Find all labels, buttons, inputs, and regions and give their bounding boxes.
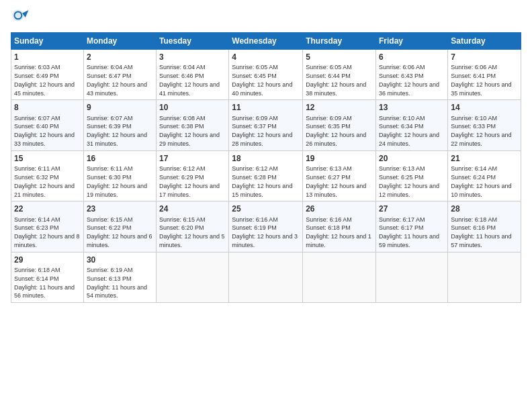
calendar-week-1: 1Sunrise: 6:03 AMSunset: 6:49 PMDaylight… bbox=[11, 50, 521, 100]
day-info: Sunrise: 6:08 AMSunset: 6:38 PMDaylight:… bbox=[159, 115, 220, 147]
calendar-cell: 29Sunrise: 6:18 AMSunset: 6:14 PMDayligh… bbox=[11, 252, 84, 302]
calendar-week-5: 29Sunrise: 6:18 AMSunset: 6:14 PMDayligh… bbox=[11, 252, 521, 302]
day-number: 12 bbox=[306, 102, 373, 113]
logo-icon bbox=[11, 8, 30, 27]
calendar-cell: 20Sunrise: 6:13 AMSunset: 6:25 PMDayligh… bbox=[376, 150, 448, 201]
day-header-sunday: Sunday bbox=[11, 33, 84, 50]
day-info: Sunrise: 6:18 AMSunset: 6:14 PMDaylight:… bbox=[14, 267, 75, 299]
day-info: Sunrise: 6:17 AMSunset: 6:17 PMDaylight:… bbox=[379, 216, 439, 248]
day-info: Sunrise: 6:09 AMSunset: 6:37 PMDaylight:… bbox=[232, 115, 292, 147]
day-info: Sunrise: 6:05 AMSunset: 6:45 PMDaylight:… bbox=[232, 64, 292, 96]
day-number: 8 bbox=[14, 102, 81, 113]
calendar-header-row: SundayMondayTuesdayWednesdayThursdayFrid… bbox=[11, 33, 521, 50]
day-number: 5 bbox=[306, 52, 373, 62]
calendar-table: SundayMondayTuesdayWednesdayThursdayFrid… bbox=[11, 32, 521, 303]
calendar-cell: 24Sunrise: 6:15 AMSunset: 6:20 PMDayligh… bbox=[157, 201, 229, 252]
calendar-cell: 28Sunrise: 6:18 AMSunset: 6:16 PMDayligh… bbox=[448, 201, 521, 252]
day-number: 23 bbox=[87, 203, 153, 214]
day-info: Sunrise: 6:18 AMSunset: 6:16 PMDaylight:… bbox=[451, 216, 511, 248]
calendar-cell: 9Sunrise: 6:07 AMSunset: 6:39 PMDaylight… bbox=[83, 100, 156, 150]
calendar-cell: 8Sunrise: 6:07 AMSunset: 6:40 PMDaylight… bbox=[11, 100, 84, 150]
calendar-cell: 4Sunrise: 6:05 AMSunset: 6:45 PMDaylight… bbox=[229, 50, 303, 100]
day-number: 7 bbox=[451, 52, 518, 62]
day-number: 29 bbox=[14, 255, 81, 265]
day-info: Sunrise: 6:12 AMSunset: 6:28 PMDaylight:… bbox=[232, 165, 292, 197]
calendar-cell: 2Sunrise: 6:04 AMSunset: 6:47 PMDaylight… bbox=[83, 50, 156, 100]
day-info: Sunrise: 6:19 AMSunset: 6:13 PMDaylight:… bbox=[87, 267, 147, 299]
day-info: Sunrise: 6:15 AMSunset: 6:20 PMDaylight:… bbox=[159, 216, 225, 248]
day-info: Sunrise: 6:11 AMSunset: 6:32 PMDaylight:… bbox=[14, 165, 75, 197]
calendar-cell: 30Sunrise: 6:19 AMSunset: 6:13 PMDayligh… bbox=[83, 252, 156, 302]
day-info: Sunrise: 6:06 AMSunset: 6:43 PMDaylight:… bbox=[379, 64, 439, 96]
calendar-cell: 5Sunrise: 6:05 AMSunset: 6:44 PMDaylight… bbox=[303, 50, 376, 100]
day-info: Sunrise: 6:09 AMSunset: 6:35 PMDaylight:… bbox=[306, 115, 366, 147]
day-number: 2 bbox=[87, 52, 153, 62]
day-number: 27 bbox=[379, 203, 445, 214]
calendar-cell: 6Sunrise: 6:06 AMSunset: 6:43 PMDaylight… bbox=[376, 50, 448, 100]
calendar-cell: 15Sunrise: 6:11 AMSunset: 6:32 PMDayligh… bbox=[11, 150, 84, 201]
day-header-thursday: Thursday bbox=[303, 33, 376, 50]
day-number: 15 bbox=[14, 153, 81, 164]
day-number: 26 bbox=[306, 203, 373, 214]
day-number: 9 bbox=[87, 102, 153, 113]
day-info: Sunrise: 6:05 AMSunset: 6:44 PMDaylight:… bbox=[306, 64, 366, 96]
day-info: Sunrise: 6:04 AMSunset: 6:46 PMDaylight:… bbox=[159, 64, 220, 96]
day-number: 19 bbox=[306, 153, 373, 164]
calendar-cell: 19Sunrise: 6:13 AMSunset: 6:27 PMDayligh… bbox=[303, 150, 376, 201]
day-number: 21 bbox=[451, 153, 518, 164]
day-info: Sunrise: 6:12 AMSunset: 6:29 PMDaylight:… bbox=[159, 165, 220, 197]
calendar-cell: 11Sunrise: 6:09 AMSunset: 6:37 PMDayligh… bbox=[229, 100, 303, 150]
calendar-cell: 26Sunrise: 6:16 AMSunset: 6:18 PMDayligh… bbox=[303, 201, 376, 252]
day-number: 13 bbox=[379, 102, 445, 113]
calendar-cell: 27Sunrise: 6:17 AMSunset: 6:17 PMDayligh… bbox=[376, 201, 448, 252]
day-number: 30 bbox=[87, 255, 153, 265]
day-number: 25 bbox=[232, 203, 300, 214]
calendar-cell bbox=[376, 252, 448, 302]
day-info: Sunrise: 6:04 AMSunset: 6:47 PMDaylight:… bbox=[87, 64, 147, 96]
day-number: 14 bbox=[451, 102, 518, 113]
day-number: 4 bbox=[232, 52, 300, 62]
calendar-cell: 22Sunrise: 6:14 AMSunset: 6:23 PMDayligh… bbox=[11, 201, 84, 252]
day-number: 24 bbox=[159, 203, 226, 214]
calendar-cell: 1Sunrise: 6:03 AMSunset: 6:49 PMDaylight… bbox=[11, 50, 84, 100]
calendar-cell: 17Sunrise: 6:12 AMSunset: 6:29 PMDayligh… bbox=[157, 150, 229, 201]
day-header-saturday: Saturday bbox=[448, 33, 521, 50]
day-number: 3 bbox=[159, 52, 226, 62]
calendar-cell bbox=[448, 252, 521, 302]
day-info: Sunrise: 6:16 AMSunset: 6:19 PMDaylight:… bbox=[232, 216, 298, 248]
calendar-week-3: 15Sunrise: 6:11 AMSunset: 6:32 PMDayligh… bbox=[11, 150, 521, 201]
calendar-cell: 25Sunrise: 6:16 AMSunset: 6:19 PMDayligh… bbox=[229, 201, 303, 252]
day-info: Sunrise: 6:11 AMSunset: 6:30 PMDaylight:… bbox=[87, 165, 147, 197]
calendar-cell bbox=[157, 252, 229, 302]
main-container: SundayMondayTuesdayWednesdayThursdayFrid… bbox=[0, 0, 532, 310]
day-info: Sunrise: 6:16 AMSunset: 6:18 PMDaylight:… bbox=[306, 216, 371, 248]
day-number: 17 bbox=[159, 153, 226, 164]
logo bbox=[11, 8, 32, 27]
calendar-cell: 21Sunrise: 6:14 AMSunset: 6:24 PMDayligh… bbox=[448, 150, 521, 201]
day-header-wednesday: Wednesday bbox=[229, 33, 303, 50]
day-number: 1 bbox=[14, 52, 81, 62]
day-number: 18 bbox=[232, 153, 300, 164]
calendar-cell: 18Sunrise: 6:12 AMSunset: 6:28 PMDayligh… bbox=[229, 150, 303, 201]
day-info: Sunrise: 6:06 AMSunset: 6:41 PMDaylight:… bbox=[451, 64, 511, 96]
day-number: 28 bbox=[451, 203, 518, 214]
day-info: Sunrise: 6:10 AMSunset: 6:33 PMDaylight:… bbox=[451, 115, 511, 147]
day-number: 20 bbox=[379, 153, 445, 164]
calendar-cell bbox=[229, 252, 303, 302]
calendar-week-4: 22Sunrise: 6:14 AMSunset: 6:23 PMDayligh… bbox=[11, 201, 521, 252]
calendar-cell: 23Sunrise: 6:15 AMSunset: 6:22 PMDayligh… bbox=[83, 201, 156, 252]
calendar-cell: 10Sunrise: 6:08 AMSunset: 6:38 PMDayligh… bbox=[157, 100, 229, 150]
calendar-cell: 13Sunrise: 6:10 AMSunset: 6:34 PMDayligh… bbox=[376, 100, 448, 150]
day-info: Sunrise: 6:14 AMSunset: 6:23 PMDaylight:… bbox=[14, 216, 80, 248]
day-info: Sunrise: 6:10 AMSunset: 6:34 PMDaylight:… bbox=[379, 115, 439, 147]
day-info: Sunrise: 6:07 AMSunset: 6:40 PMDaylight:… bbox=[14, 115, 75, 147]
day-number: 16 bbox=[87, 153, 153, 164]
day-info: Sunrise: 6:13 AMSunset: 6:27 PMDaylight:… bbox=[306, 165, 366, 197]
day-info: Sunrise: 6:13 AMSunset: 6:25 PMDaylight:… bbox=[379, 165, 439, 197]
calendar-cell: 14Sunrise: 6:10 AMSunset: 6:33 PMDayligh… bbox=[448, 100, 521, 150]
calendar-cell: 7Sunrise: 6:06 AMSunset: 6:41 PMDaylight… bbox=[448, 50, 521, 100]
calendar-body: 1Sunrise: 6:03 AMSunset: 6:49 PMDaylight… bbox=[11, 50, 521, 303]
calendar-cell: 3Sunrise: 6:04 AMSunset: 6:46 PMDaylight… bbox=[157, 50, 229, 100]
day-number: 22 bbox=[14, 203, 81, 214]
calendar-cell: 16Sunrise: 6:11 AMSunset: 6:30 PMDayligh… bbox=[83, 150, 156, 201]
